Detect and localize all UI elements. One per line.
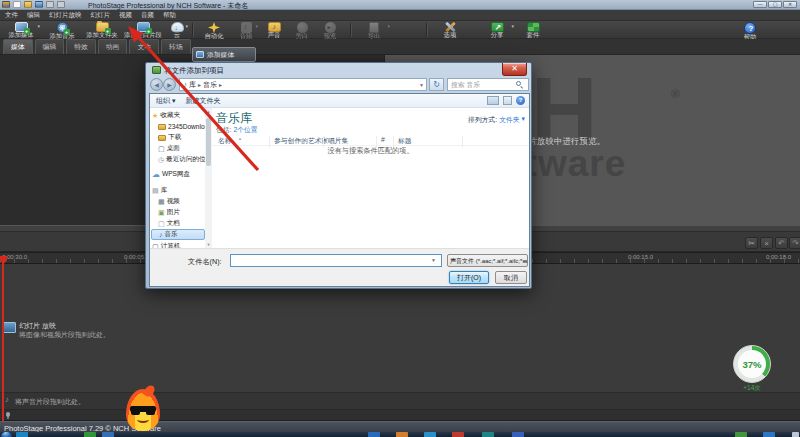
automate-button[interactable]: 自动化: [196, 21, 232, 39]
options-button[interactable]: 选项: [432, 21, 468, 39]
dialog-content: 组织 ▾ 新建文件夹 ? 收藏夹 2345Downloads 下载: [149, 93, 530, 287]
sidebar-item-documents[interactable]: 文档: [158, 218, 180, 229]
undo-icon[interactable]: [46, 1, 54, 8]
column-name[interactable]: 名称: [218, 136, 232, 146]
taskbar-icon[interactable]: [368, 432, 380, 437]
main-toolbar: ▾ 添加媒体 添加音乐 添加文件夹 添加空白片段 ▾ 云 自动化 ▾ 音频 声音…: [0, 21, 800, 39]
tab-effects[interactable]: 特效: [66, 39, 96, 54]
sidebar-item-wps-cloud[interactable]: WPS网盘: [152, 169, 190, 180]
split-clip-button[interactable]: [745, 237, 758, 249]
refresh-button[interactable]: ↻: [429, 78, 444, 91]
chevron-down-icon[interactable]: ▼: [431, 257, 436, 263]
show-desktop-button[interactable]: [792, 432, 799, 437]
undo-button[interactable]: [775, 237, 788, 249]
maximize-button[interactable]: ▢: [768, 1, 782, 8]
sidebar-favorites[interactable]: 收藏夹: [152, 110, 180, 121]
sidebar-item-downloads[interactable]: 下载: [158, 132, 181, 143]
column-album[interactable]: 唱片集: [328, 136, 348, 146]
audio-button[interactable]: ▾ 音频: [232, 21, 260, 39]
file-type-select[interactable]: 声音文件 (*.aac;*.aif;*.aifc;*.am: [447, 254, 528, 267]
tab-edit[interactable]: 编辑: [35, 39, 65, 54]
sidebar-item-pictures[interactable]: 图片: [158, 207, 180, 218]
column-number[interactable]: #: [381, 136, 385, 143]
sidebar-item-music-selected[interactable]: 音乐: [151, 229, 205, 240]
back-button[interactable]: ◀: [150, 78, 163, 91]
sidebar-item-videos[interactable]: 视频: [158, 196, 180, 207]
new-project-icon[interactable]: [13, 1, 21, 8]
close-button[interactable]: ✕: [783, 1, 797, 8]
open-button[interactable]: 打开(O): [449, 271, 489, 284]
help-button[interactable]: 帮助: [734, 21, 766, 39]
add-blank-slide-button[interactable]: 添加空白片段: [122, 21, 164, 39]
scroll-down-icon[interactable]: ▼: [205, 242, 212, 247]
tab-text[interactable]: 文本: [129, 39, 159, 54]
start-button[interactable]: [1, 432, 12, 437]
sound-button[interactable]: 声音: [260, 21, 288, 39]
taskbar-icon[interactable]: [84, 432, 96, 437]
minimize-button[interactable]: —: [753, 1, 767, 8]
sound-icon: [268, 22, 281, 32]
includes-link[interactable]: 2个位置: [233, 126, 257, 133]
change-view-icon[interactable]: [487, 96, 499, 105]
column-artists[interactable]: 参与创作的艺术家: [274, 136, 328, 146]
taskbar-icon[interactable]: [512, 432, 524, 437]
search-icon: [516, 81, 521, 86]
sidebar-scrollbar[interactable]: ▲ ▼: [205, 108, 212, 248]
open-project-icon[interactable]: [24, 1, 32, 8]
menu-video[interactable]: 视频: [119, 11, 132, 20]
video-library-icon: [158, 198, 165, 206]
breadcrumb[interactable]: 库 ▸ 音乐 ▸ ▼: [179, 78, 427, 91]
cancel-button[interactable]: 取消: [495, 271, 527, 284]
add-music-button[interactable]: 添加音乐: [42, 21, 82, 39]
tray-icon[interactable]: [735, 432, 747, 437]
tray-icon[interactable]: [763, 432, 775, 437]
file-name-label: 文件名(N):: [188, 257, 222, 267]
taskbar-icon[interactable]: [424, 432, 436, 437]
share-button[interactable]: ▾ 分享: [478, 21, 516, 39]
sidebar-libraries[interactable]: 库: [152, 185, 167, 196]
file-name-input[interactable]: [230, 254, 442, 267]
add-media-button[interactable]: ▾ 添加媒体: [0, 21, 42, 39]
sidebar-item-desktop[interactable]: 桌面: [158, 143, 180, 154]
arrange-by-control[interactable]: 排列方式: 文件夹 ▾: [468, 115, 525, 125]
clock-icon: [158, 156, 164, 164]
export-button[interactable]: ▾ 导出: [356, 21, 392, 39]
scrollbar-thumb[interactable]: [206, 118, 211, 166]
cloud-button[interactable]: ▾ 云: [164, 21, 190, 39]
column-title[interactable]: 标题: [398, 136, 412, 146]
menu-audio[interactable]: 音频: [141, 11, 154, 20]
forward-button[interactable]: ▶: [163, 78, 176, 91]
menu-help[interactable]: 帮助: [163, 11, 176, 20]
scroll-up-icon[interactable]: ▲: [205, 109, 212, 114]
menu-slide[interactable]: 幻灯片: [91, 11, 111, 20]
preview-button[interactable]: 预览: [316, 21, 344, 39]
tab-transitions[interactable]: 转场: [161, 39, 191, 54]
dialog-help-icon[interactable]: ?: [516, 96, 525, 105]
tab-animation[interactable]: 动画: [98, 39, 128, 54]
breadcrumb-current[interactable]: 音乐: [203, 80, 217, 90]
redo-icon[interactable]: [57, 1, 65, 8]
tab-media[interactable]: 媒体: [3, 39, 33, 54]
menu-file[interactable]: 文件: [5, 11, 18, 20]
suite-button[interactable]: 套件: [516, 21, 550, 39]
add-folder-button[interactable]: 添加文件夹: [82, 21, 122, 39]
taskbar-icon[interactable]: [482, 432, 494, 437]
taskbar-icon[interactable]: [452, 432, 464, 437]
preview-pane-icon[interactable]: [503, 96, 512, 105]
cloud-icon: [171, 22, 184, 32]
taskbar-icon[interactable]: [16, 432, 28, 437]
menu-slideshow[interactable]: 幻灯片放映: [49, 11, 82, 20]
menu-edit[interactable]: 编辑: [27, 11, 40, 20]
dialog-close-button[interactable]: ✕: [502, 63, 527, 76]
add-media-tooltip: 添加媒体: [192, 47, 256, 62]
delete-clip-button[interactable]: [760, 237, 773, 249]
taskbar-icon[interactable]: [396, 432, 408, 437]
redo-button[interactable]: [789, 237, 800, 249]
breadcrumb-root[interactable]: 库: [189, 80, 196, 90]
sunglasses-shape: [130, 406, 156, 412]
save-project-icon[interactable]: [35, 1, 43, 8]
narrate-button[interactable]: 旁白: [288, 21, 316, 39]
organize-menu[interactable]: 组织 ▾: [156, 96, 175, 106]
breadcrumb-dropdown-icon[interactable]: ▼: [419, 82, 424, 88]
new-folder-button[interactable]: 新建文件夹: [185, 96, 220, 106]
